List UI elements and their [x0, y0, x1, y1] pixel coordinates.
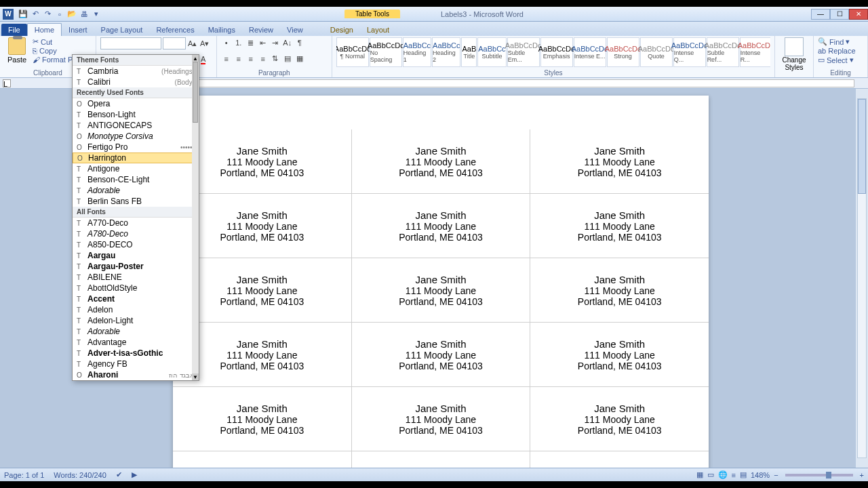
label-cell[interactable]: Jane Smith111 Moody LanePortland, ME 041… [173, 129, 352, 193]
font-option-benson-ce-light[interactable]: TBenson-CE-Light [73, 174, 199, 185]
macro-icon[interactable]: ▶ [132, 470, 137, 479]
view-full-screen-icon[interactable]: ▭ [707, 470, 714, 479]
font-size-combo[interactable] [163, 37, 186, 49]
scrollbar-thumb[interactable] [858, 99, 866, 194]
font-option-adelon-light[interactable]: TAdelon-Light [73, 315, 199, 326]
font-option-adorable[interactable]: TAdorable [73, 185, 199, 196]
font-option-harrington[interactable]: OHarrington [73, 152, 199, 163]
qat-open-icon[interactable]: 📂 [66, 9, 77, 20]
style-intense-e-[interactable]: AaBbCcDcIntense E... [574, 37, 606, 67]
shrink-font-icon[interactable]: A▾ [199, 38, 210, 49]
font-option-a770-deco[interactable]: TA770-Deco [73, 218, 199, 228]
style-no-spacing[interactable]: AaBbCcDcNo Spacing [370, 37, 402, 67]
font-option-fertigo-pro[interactable]: OFertigo Pro•••••• [73, 142, 199, 152]
view-draft-icon[interactable]: ▤ [740, 470, 747, 479]
label-cell[interactable]: Jane Smith111 Moody LanePortland, ME 041… [352, 387, 531, 451]
label-cell[interactable]: Jane Smith111 Moody LanePortland, ME 041… [173, 194, 352, 258]
tab-review[interactable]: Review [242, 24, 280, 36]
numbering-button[interactable]: 1. [233, 37, 244, 48]
qat-undo-icon[interactable]: ↶ [30, 9, 41, 20]
font-option-aargau-poster[interactable]: TAargau-Poster [73, 261, 199, 272]
font-option-adver-t-isa-sgothic[interactable]: TAdver-t-isa-sGothic [73, 348, 199, 359]
font-option-calibri[interactable]: TCalibri(Body) [73, 77, 199, 87]
label-cell[interactable]: Jane Smith111 Moody LanePortland, ME 041… [530, 194, 709, 258]
font-option-a780-deco[interactable]: TA780-Deco [73, 228, 199, 239]
font-option-agency-fb[interactable]: TAgency FB [73, 359, 199, 369]
view-outline-icon[interactable]: ≡ [732, 471, 736, 479]
cut-button[interactable]: ✂Cut [33, 37, 92, 46]
borders-button[interactable]: ▦ [294, 54, 305, 64]
dropdown-scroll-thumb[interactable] [193, 62, 198, 123]
vertical-scrollbar[interactable] [856, 89, 868, 468]
qat-print-icon[interactable]: 🖶 [79, 9, 90, 20]
style-quote[interactable]: AaBbCcDcQuote [640, 37, 673, 67]
font-option-a850-deco[interactable]: TA850-DECO [73, 239, 199, 250]
maximize-button[interactable]: ☐ [830, 9, 849, 20]
style-emphasis[interactable]: AaBbCcDcEmphasis [540, 37, 573, 67]
bullets-button[interactable]: • [221, 37, 232, 48]
style-heading-2[interactable]: AaBbCcHeading 2 [432, 37, 460, 67]
font-option-adorable[interactable]: TAdorable [73, 326, 199, 337]
font-name-combo[interactable] [100, 37, 161, 49]
label-cell[interactable]: Jane Smith111 Moody LanePortland, ME 041… [530, 323, 709, 386]
font-option-accent[interactable]: TAccent [73, 293, 199, 304]
zoom-in-button[interactable]: + [860, 471, 864, 479]
label-cell[interactable]: Jane Smith111 Moody LanePortland, ME 041… [530, 451, 709, 468]
font-option-abilene[interactable]: TABILENE [73, 272, 199, 283]
zoom-slider[interactable] [785, 474, 853, 476]
close-button[interactable]: ✕ [849, 9, 868, 20]
scroll-up-icon[interactable]: ▲ [192, 55, 199, 62]
label-cell[interactable]: Jane Smith111 Moody LanePortland, ME 041… [352, 258, 531, 322]
label-cell[interactable]: Jane Smith111 Moody LanePortland, ME 041… [173, 258, 352, 322]
tab-layout[interactable]: Layout [360, 24, 396, 36]
style-heading-1[interactable]: AaBbCcHeading 1 [403, 37, 431, 67]
justify-button[interactable]: ≡ [258, 54, 269, 64]
align-center-button[interactable]: ≡ [233, 54, 244, 64]
style-subtle-em-[interactable]: AaBbCcDcSubtle Em... [507, 37, 540, 67]
page-indicator[interactable]: Page: 1 of 1 [4, 471, 44, 479]
tab-view[interactable]: View [280, 24, 310, 36]
find-button[interactable]: 🔍Find ▾ [818, 37, 863, 46]
font-option-berlin-sans-fb[interactable]: TBerlin Sans FB [73, 196, 199, 207]
align-left-button[interactable]: ≡ [221, 54, 232, 64]
tab-references[interactable]: References [149, 24, 201, 36]
label-cell[interactable]: Jane Smith111 Moody LanePortland, ME 041… [530, 129, 709, 193]
label-cell[interactable]: Jane Smith111 Moody LanePortland, ME 041… [530, 387, 709, 451]
style-intense-q-[interactable]: AaBbCcDcIntense Q... [673, 37, 706, 67]
label-cell[interactable]: Jane Smith111 Moody LanePortland, ME 041… [173, 323, 352, 386]
font-option-benson-light[interactable]: TBenson-Light [73, 109, 199, 120]
sort-button[interactable]: A↓ [282, 37, 293, 48]
font-option-monotype-corsiva[interactable]: OMonotype Corsiva [73, 131, 199, 142]
paste-button[interactable]: Paste [4, 37, 30, 64]
qat-new-icon[interactable]: ▫ [54, 9, 65, 20]
tab-home[interactable]: Home [27, 23, 62, 36]
font-option-aharoni[interactable]: OAharoniאבגד הוז [73, 369, 199, 380]
label-cell[interactable]: Jane Smith111 Moody LanePortland, ME 041… [352, 323, 531, 386]
qat-redo-icon[interactable]: ↷ [42, 9, 53, 20]
tab-mailings[interactable]: Mailings [201, 24, 242, 36]
style-subtle-ref-[interactable]: AaBbCcDcSubtle Ref... [707, 37, 739, 67]
style-subtitle[interactable]: AaBbCcSubtitle [477, 37, 506, 67]
qat-more-icon[interactable]: ▾ [91, 9, 102, 20]
style-intense-r-[interactable]: AaBbCcDcIntense R... [740, 37, 770, 67]
label-table[interactable]: Jane Smith111 Moody LanePortland, ME 041… [173, 129, 709, 468]
tab-insert[interactable]: Insert [62, 24, 94, 36]
spell-check-icon[interactable]: ✔ [116, 470, 122, 479]
scroll-down-icon[interactable]: ▼ [192, 373, 199, 380]
horizontal-ruler[interactable] [190, 79, 854, 87]
word-count[interactable]: Words: 240/240 [54, 471, 106, 479]
zoom-out-button[interactable]: − [774, 471, 778, 479]
font-color-button[interactable]: A [198, 54, 209, 65]
minimize-button[interactable]: — [811, 9, 830, 20]
font-option-advantage[interactable]: TAdvantage [73, 337, 199, 348]
tab-selector[interactable]: L [3, 79, 11, 87]
indent-inc-button[interactable]: ⇥ [270, 37, 281, 48]
label-cell[interactable]: Jane Smith111 Moody LanePortland, ME 041… [173, 387, 352, 451]
tab-file[interactable]: File [1, 24, 27, 36]
show-marks-button[interactable]: ¶ [294, 37, 305, 48]
change-styles-button[interactable]: Change Styles [779, 37, 809, 71]
font-option-antigonecaps[interactable]: TANTIGONECAPS [73, 120, 199, 131]
indent-dec-button[interactable]: ⇤ [258, 37, 269, 48]
label-cell[interactable]: Jane Smith111 Moody LanePortland, ME 041… [352, 451, 531, 468]
grow-font-icon[interactable]: A▴ [187, 38, 198, 49]
